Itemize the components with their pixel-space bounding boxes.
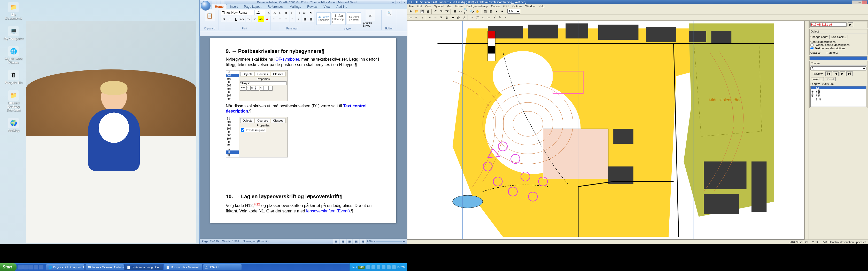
prev-button[interactable]: ◀ bbox=[833, 71, 839, 76]
minimize-button[interactable]: _ bbox=[852, 1, 857, 4]
bold-button[interactable]: B bbox=[221, 16, 226, 22]
tab-mailings[interactable]: Mailings bbox=[286, 4, 304, 9]
menu-options[interactable]: Options bbox=[513, 5, 522, 8]
style-normal[interactable]: AaBbCcI¶ Normal bbox=[347, 12, 361, 25]
paste-button[interactable]: 📋 bbox=[205, 10, 215, 22]
tray-av-icon[interactable] bbox=[392, 265, 396, 269]
field-text[interactable] bbox=[240, 81, 286, 85]
zoom-combo[interactable]: 1.0 bbox=[507, 9, 520, 14]
menu-help[interactable]: Help bbox=[538, 5, 545, 8]
menu-window[interactable]: Window bbox=[525, 5, 535, 8]
save-icon[interactable] bbox=[212, 1, 216, 4]
highlight-button[interactable]: ab bbox=[258, 16, 264, 22]
minimize-button[interactable]: ─ bbox=[390, 1, 396, 4]
tab-addins[interactable]: Add-Ins bbox=[333, 4, 350, 9]
edit-point-icon[interactable]: ⬨ bbox=[420, 15, 425, 20]
view-full-screen[interactable]: ▦ bbox=[340, 238, 346, 244]
symbol-table-icon[interactable]: ▦ bbox=[488, 9, 493, 14]
style-heading1[interactable]: 1. Aa¶ Heading 1 bbox=[332, 12, 346, 25]
underline-button[interactable]: U bbox=[233, 16, 239, 22]
document-area[interactable]: 9. → Postbeskrivelser for nybegynnere¶ N… bbox=[200, 36, 407, 239]
task-word-doc2[interactable]: 📄Document2 - Microsoft ... bbox=[164, 264, 203, 270]
next-button[interactable]: ▶ bbox=[840, 71, 845, 76]
shading-button[interactable]: ▦ bbox=[302, 16, 308, 22]
undo-icon[interactable] bbox=[216, 1, 220, 4]
align-center[interactable]: ≡ bbox=[277, 16, 283, 22]
zoom-full-icon[interactable]: ▭ bbox=[458, 9, 463, 14]
status-words[interactable]: Words: 1 582 bbox=[222, 240, 239, 243]
view-print-layout[interactable]: ▦ bbox=[333, 238, 339, 244]
vertical-scrollbar[interactable] bbox=[804, 21, 809, 239]
tray-battery-icon[interactable] bbox=[382, 265, 385, 269]
divider-bar[interactable] bbox=[809, 56, 867, 60]
sort-button[interactable]: A↓ bbox=[302, 10, 308, 16]
font-size-combo[interactable]: 12 bbox=[255, 10, 265, 15]
justify[interactable]: ≡ bbox=[289, 16, 295, 22]
legend-icon[interactable]: ■ bbox=[500, 9, 505, 14]
icon-arcmap[interactable]: 🌍ArcMap bbox=[3, 118, 24, 132]
rect-icon[interactable]: ▭ bbox=[486, 15, 491, 20]
font-name-combo[interactable]: Times New Roman bbox=[221, 10, 254, 15]
restore-button[interactable]: ▭ bbox=[857, 1, 862, 4]
change-styles-button[interactable]: Aͣ bbox=[366, 10, 375, 22]
zoom-slider[interactable] bbox=[376, 241, 402, 242]
word-titlebar[interactable]: Brukerveiledning Ocad9_2008-04-22.doc [C… bbox=[200, 0, 407, 4]
ql-desktop-icon[interactable] bbox=[18, 265, 23, 269]
style-emphasis[interactable]: AaBbCcIEmphasis bbox=[316, 12, 331, 25]
text-description-check[interactable]: Text description bbox=[240, 128, 266, 132]
tab-courses-2[interactable]: Courses bbox=[255, 118, 270, 123]
borders-button[interactable]: ▦ bbox=[308, 16, 314, 22]
curve-icon[interactable]: 〰 bbox=[469, 15, 474, 20]
view-web[interactable]: ▦ bbox=[347, 238, 352, 244]
align-right[interactable]: ≡ bbox=[283, 16, 289, 22]
icon-recycle-bin[interactable]: 🗑Recycle Bin bbox=[3, 70, 24, 84]
menu-view[interactable]: View bbox=[425, 5, 431, 8]
radio-text-cd[interactable]: Text control descriptions bbox=[810, 47, 866, 50]
tab-objects-2[interactable]: Objects bbox=[240, 118, 254, 123]
ql-word-icon[interactable] bbox=[39, 265, 43, 269]
ql-excel-icon[interactable] bbox=[34, 265, 38, 269]
move-tool-icon[interactable]: ↔ bbox=[433, 15, 438, 20]
maximize-button[interactable]: ▭ bbox=[396, 1, 401, 4]
status-lang[interactable]: Norwegian (Bokmål) bbox=[243, 240, 269, 243]
radio-symbol-cd[interactable]: Symbol control descriptions bbox=[810, 43, 866, 47]
menu-edit[interactable]: Edit bbox=[417, 5, 422, 8]
menu-file[interactable]: File bbox=[409, 5, 414, 8]
subscript-button[interactable]: x₂ bbox=[246, 16, 251, 22]
office-button[interactable] bbox=[201, 1, 211, 10]
numbering-button[interactable]: 1. bbox=[277, 10, 283, 16]
merge-icon[interactable]: ⊕ bbox=[444, 15, 450, 20]
line-spacing[interactable]: ↕ bbox=[296, 16, 302, 22]
text-block-button[interactable]: Text block... bbox=[829, 35, 848, 39]
menu-symbol[interactable]: Symbol bbox=[434, 5, 443, 8]
map-canvas[interactable]: Midt. skoleområde bbox=[407, 21, 804, 239]
save-icon[interactable]: 💾 bbox=[420, 9, 425, 14]
task-ocad[interactable]: △OCAD 9 bbox=[203, 264, 242, 270]
insert-button[interactable]: Insert... bbox=[811, 77, 824, 81]
menu-background[interactable]: Background map bbox=[467, 5, 488, 8]
last-button[interactable]: ▶| bbox=[846, 71, 853, 76]
decrease-indent[interactable]: ⇤ bbox=[289, 10, 295, 16]
symbol-input[interactable] bbox=[810, 23, 846, 27]
symbol-go-button[interactable]: ▶ bbox=[847, 23, 853, 27]
link-event[interactable]: løpsoverskriften (Event) bbox=[306, 209, 350, 213]
tab-references[interactable]: References bbox=[265, 4, 286, 9]
panel2-list[interactable]: S1 501 502 504 505 506 507 508 M1 F1 D1 … bbox=[226, 117, 239, 157]
cut-tool-icon[interactable]: ✂ bbox=[427, 15, 432, 20]
new-icon[interactable]: 🗎 bbox=[408, 9, 413, 14]
bullets-button[interactable]: • bbox=[271, 10, 277, 16]
preview-button[interactable]: Preview bbox=[811, 72, 824, 76]
show-marks[interactable]: ¶ bbox=[308, 10, 314, 16]
icon-my-documents[interactable]: 📁My Documents bbox=[3, 2, 24, 21]
zoom-out-icon[interactable]: 🔍- bbox=[469, 9, 474, 14]
tab-insert[interactable]: Insert bbox=[227, 4, 241, 9]
zoom-level[interactable]: 96% bbox=[367, 240, 373, 243]
hole-icon[interactable]: ◍ bbox=[456, 15, 461, 20]
tab-view[interactable]: View bbox=[320, 4, 334, 9]
view-outline[interactable]: ▦ bbox=[353, 238, 359, 244]
first-button[interactable]: |◀ bbox=[826, 71, 832, 76]
close-button[interactable]: ✕ bbox=[401, 1, 407, 4]
pan-icon[interactable]: ✋ bbox=[475, 9, 480, 14]
menu-gps[interactable]: GPS bbox=[503, 5, 509, 8]
control-list[interactable]: S1 1.151 2.152 3.160 (F1) bbox=[810, 86, 866, 107]
